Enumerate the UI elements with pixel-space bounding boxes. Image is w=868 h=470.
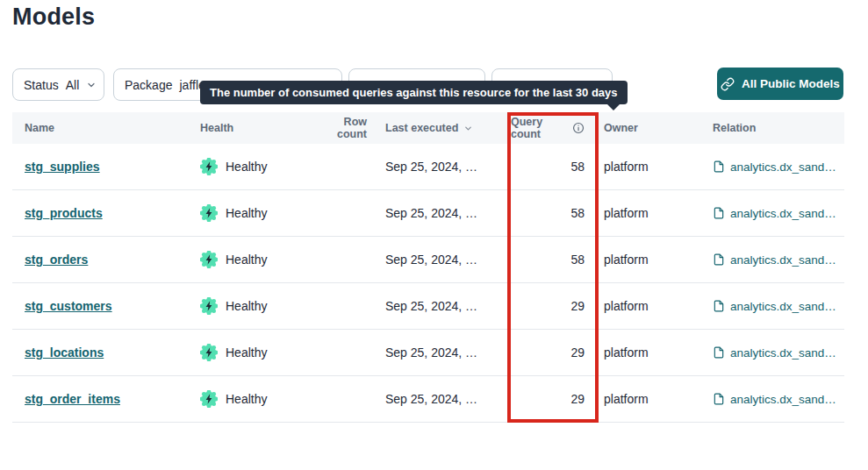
relation-link[interactable]: analytics.dx_sand…	[730, 253, 836, 267]
model-name-link[interactable]: stg_products	[25, 206, 103, 220]
page-title: Models	[12, 4, 95, 31]
query-count-cell: 58	[511, 160, 595, 174]
column-header-health[interactable]: Health	[200, 122, 312, 134]
column-header-query-count[interactable]: Query count	[511, 116, 595, 140]
last-executed-cell: Sep 25, 2024, …	[369, 345, 511, 360]
table-row: stg_locations Healthy Sep 25, 2024, … 29…	[12, 330, 844, 376]
status-filter-value: All	[66, 78, 80, 92]
model-name-link[interactable]: stg_customers	[25, 299, 112, 313]
health-status-label: Healthy	[226, 160, 267, 174]
file-icon	[713, 393, 725, 405]
model-name-link[interactable]: stg_orders	[25, 253, 88, 267]
file-icon	[713, 207, 725, 219]
owner-cell: platform	[595, 345, 704, 360]
file-icon	[713, 300, 725, 312]
column-header-row-count[interactable]: Row count	[312, 116, 369, 140]
last-executed-cell: Sep 25, 2024, …	[369, 160, 511, 174]
table-row: stg_orders Healthy Sep 25, 2024, … 58 pl…	[12, 237, 844, 283]
health-status-label: Healthy	[226, 299, 267, 313]
model-name-link[interactable]: stg_locations	[25, 345, 104, 360]
info-icon[interactable]	[572, 121, 585, 135]
status-filter-label: Status	[24, 78, 59, 92]
last-executed-cell: Sep 25, 2024, …	[369, 206, 511, 220]
owner-cell: platform	[595, 160, 704, 174]
package-filter-label: Package	[125, 78, 172, 92]
tooltip-text: The number of consumed queries against t…	[210, 86, 618, 99]
all-public-models-button[interactable]: All Public Models	[717, 68, 843, 100]
last-executed-header-label: Last executed	[385, 122, 458, 134]
file-icon	[713, 160, 725, 173]
table-row: stg_supplies Healthy Sep 25, 2024, … 58 …	[12, 144, 844, 190]
healthy-badge-icon	[200, 297, 218, 315]
query-count-tooltip: The number of consumed queries against t…	[200, 81, 628, 104]
column-header-owner[interactable]: Owner	[595, 122, 704, 134]
status-filter-dropdown[interactable]: Status All	[12, 68, 104, 101]
health-status-label: Healthy	[226, 253, 267, 267]
tooltip-caret	[606, 103, 621, 110]
file-icon	[713, 346, 725, 359]
sort-chevron-down-icon	[463, 124, 473, 133]
relation-link[interactable]: analytics.dx_sand…	[730, 300, 836, 313]
healthy-badge-icon	[200, 158, 218, 175]
chevron-down-icon	[86, 80, 97, 90]
file-icon	[713, 253, 725, 266]
relation-link[interactable]: analytics.dx_sand…	[730, 393, 836, 406]
health-cell: Healthy	[200, 390, 312, 408]
health-cell: Healthy	[200, 158, 312, 175]
healthy-badge-icon	[200, 204, 218, 222]
table-row: stg_products Healthy Sep 25, 2024, … 58 …	[12, 190, 844, 237]
owner-cell: platform	[595, 299, 704, 313]
last-executed-cell: Sep 25, 2024, …	[369, 299, 511, 313]
column-header-name[interactable]: Name	[12, 122, 200, 134]
health-status-label: Healthy	[226, 392, 267, 406]
last-executed-cell: Sep 25, 2024, …	[369, 392, 511, 406]
health-status-label: Healthy	[226, 345, 267, 360]
query-count-cell: 29	[511, 299, 595, 313]
models-page: Models Status All Package jaffle_ All Pu…	[0, 0, 868, 470]
health-cell: Healthy	[200, 297, 312, 315]
health-status-label: Healthy	[226, 206, 267, 220]
query-count-cell: 29	[511, 392, 595, 406]
healthy-badge-icon	[200, 251, 218, 268]
healthy-badge-icon	[200, 344, 218, 361]
healthy-badge-icon	[200, 390, 218, 408]
table-row: stg_customers Healthy Sep 25, 2024, … 29…	[12, 283, 844, 330]
query-count-header-label: Query count	[511, 116, 568, 140]
owner-cell: platform	[595, 206, 704, 220]
relation-link[interactable]: analytics.dx_sand…	[730, 346, 836, 360]
last-executed-cell: Sep 25, 2024, …	[369, 253, 511, 267]
model-name-link[interactable]: stg_order_items	[25, 392, 120, 406]
column-header-relation[interactable]: Relation	[704, 122, 844, 134]
query-count-cell: 29	[511, 345, 595, 360]
query-count-cell: 58	[511, 206, 595, 220]
model-name-link[interactable]: stg_supplies	[25, 160, 100, 174]
relation-link[interactable]: analytics.dx_sand…	[730, 160, 836, 174]
health-cell: Healthy	[200, 204, 312, 222]
relation-link[interactable]: analytics.dx_sand…	[730, 207, 836, 220]
table-header-row: Name Health Row count Last executed Quer…	[12, 112, 844, 144]
all-public-models-label: All Public Models	[742, 77, 840, 90]
owner-cell: platform	[595, 392, 704, 406]
table-row: stg_order_items Healthy Sep 25, 2024, … …	[12, 376, 844, 423]
health-cell: Healthy	[200, 251, 312, 268]
query-count-cell: 58	[511, 253, 595, 267]
models-table: Name Health Row count Last executed Quer…	[12, 112, 844, 423]
link-icon	[721, 77, 735, 91]
owner-cell: platform	[595, 253, 704, 267]
health-cell: Healthy	[200, 344, 312, 361]
column-header-last-executed[interactable]: Last executed	[369, 122, 511, 134]
